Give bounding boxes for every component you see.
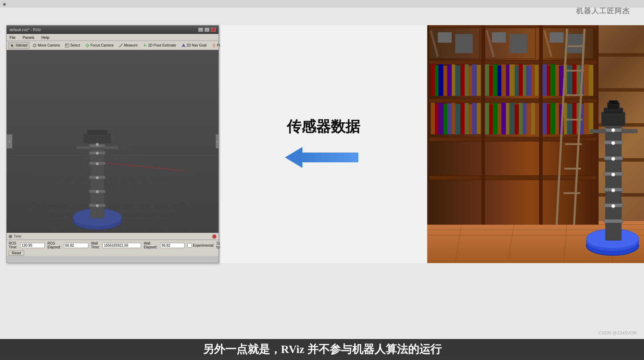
minimize-button[interactable]: — <box>198 28 203 32</box>
rviz-grid-svg <box>7 50 219 233</box>
ruler-icon <box>119 43 123 48</box>
svg-line-9 <box>119 44 123 47</box>
svg-point-65 <box>96 152 99 155</box>
rviz-window: default.rviz* - RViz — □ ✕ File Panels H… <box>6 25 219 263</box>
toolbar-measure[interactable]: Measure <box>116 42 140 49</box>
svg-point-67 <box>96 176 99 179</box>
wall-elapsed-label: Wall Elapsed: <box>144 241 157 249</box>
svg-rect-136 <box>477 103 481 134</box>
svg-rect-170 <box>509 34 527 53</box>
svg-point-46 <box>138 166 139 167</box>
experimental-label: Experimental <box>193 243 213 247</box>
watermark-top: 机器人工匠阿杰 <box>576 6 630 16</box>
svg-rect-156 <box>572 103 577 134</box>
svg-rect-104 <box>501 64 506 96</box>
svg-point-198 <box>611 204 615 208</box>
svg-rect-92 <box>447 65 452 96</box>
svg-rect-137 <box>485 103 489 134</box>
svg-rect-113 <box>543 64 547 96</box>
svg-rect-3 <box>66 44 67 46</box>
svg-rect-93 <box>452 64 455 96</box>
time-row-1: ROS Time: ROS Elapsed: Wall Time: Wall E… <box>9 241 216 249</box>
svg-rect-192 <box>604 219 623 223</box>
svg-rect-108 <box>519 64 523 96</box>
svg-rect-111 <box>531 64 535 96</box>
rviz-timepanel: ROS Time: ROS Elapsed: Wall Time: Wall E… <box>7 240 219 256</box>
toolbar-move-camera[interactable]: ↔ Move Camera <box>30 42 62 49</box>
svg-marker-71 <box>285 147 302 168</box>
svg-rect-102 <box>493 64 498 96</box>
menu-panels[interactable]: Panels <box>21 35 36 40</box>
svg-point-4 <box>86 44 88 47</box>
svg-point-49 <box>170 169 171 170</box>
rviz-viewport[interactable]: ‹ › <box>7 50 219 233</box>
svg-rect-100 <box>485 64 489 96</box>
ros-time-input[interactable] <box>20 243 45 248</box>
svg-rect-120 <box>572 64 577 96</box>
wall-time-label: Wall Time: <box>91 241 100 249</box>
rviz-toolbar: Interact ↔ Move Camera Select Focus Came… <box>7 41 219 50</box>
status-indicator <box>9 235 12 238</box>
sensor-data-text: 传感器数据 <box>287 117 360 136</box>
experimental-checkbox-container[interactable]: Experimental <box>187 243 213 248</box>
svg-point-43 <box>107 162 108 164</box>
svg-rect-61 <box>87 130 108 135</box>
svg-rect-128 <box>443 104 447 134</box>
bottom-subtitle-bar: 另外一点就是，RViz 并不参与机器人算法的运行 <box>0 339 644 360</box>
right-photo-panel <box>427 25 644 263</box>
svg-rect-107 <box>515 66 519 96</box>
reset-button[interactable]: Reset <box>9 250 24 256</box>
svg-rect-96 <box>465 64 468 96</box>
close-button[interactable]: ✕ <box>211 28 216 32</box>
svg-rect-89 <box>435 65 438 96</box>
svg-rect-127 <box>438 103 443 134</box>
svg-point-196 <box>611 173 615 176</box>
svg-rect-114 <box>547 65 550 96</box>
svg-point-13 <box>144 45 145 46</box>
svg-rect-101 <box>489 66 493 96</box>
svg-rect-202 <box>609 100 618 105</box>
svg-rect-204 <box>621 129 637 133</box>
svg-rect-125 <box>431 103 435 134</box>
toolbar-interact[interactable]: Interact <box>8 42 29 49</box>
rviz-statusbar: Time <box>7 233 219 240</box>
menu-help[interactable]: Help <box>40 35 51 40</box>
svg-point-197 <box>611 189 615 192</box>
svg-rect-146 <box>523 103 526 134</box>
svg-rect-116 <box>555 65 559 96</box>
svg-rect-168 <box>455 34 473 53</box>
svg-rect-70 <box>302 153 358 162</box>
ros-elapsed-label: ROS Elapsed: <box>48 241 61 249</box>
svg-rect-126 <box>435 104 438 134</box>
svg-point-66 <box>96 162 99 165</box>
svg-rect-112 <box>535 65 538 96</box>
wall-time-input[interactable] <box>102 243 141 248</box>
wall-elapsed-input[interactable] <box>160 243 185 248</box>
point-icon <box>212 43 216 48</box>
svg-point-195 <box>611 157 615 161</box>
experimental-checkbox[interactable] <box>187 243 192 248</box>
toolbar-focus-camera[interactable]: Focus Camera <box>83 42 116 49</box>
menu-file[interactable]: File <box>8 35 17 40</box>
svg-rect-171 <box>550 32 564 43</box>
status-error-icon[interactable] <box>212 234 216 239</box>
svg-rect-135 <box>472 103 477 134</box>
svg-rect-131 <box>455 104 460 134</box>
svg-rect-150 <box>547 104 550 134</box>
ros-elapsed-input[interactable] <box>64 243 88 248</box>
svg-rect-130 <box>452 103 455 134</box>
toolbar-2d-nav[interactable]: 2D Nav Goal <box>179 42 209 49</box>
svg-rect-152 <box>555 103 559 134</box>
toolbar-select[interactable]: Select <box>63 42 82 49</box>
focus-camera-label: Focus Camera <box>91 43 114 47</box>
collapse-right-handle[interactable]: › <box>216 134 219 148</box>
maximize-button[interactable]: □ <box>205 28 209 32</box>
move-camera-label: Move Camera <box>38 43 60 47</box>
svg-point-69 <box>96 204 99 207</box>
toolbar-2d-pose[interactable]: 2D Pose Estimate <box>140 42 178 49</box>
collapse-left-handle[interactable]: ‹ <box>7 134 12 148</box>
svg-rect-91 <box>443 66 447 96</box>
focus-icon <box>85 43 90 48</box>
svg-rect-148 <box>531 103 535 134</box>
nav-label: 2D Nav Goal <box>187 43 207 47</box>
